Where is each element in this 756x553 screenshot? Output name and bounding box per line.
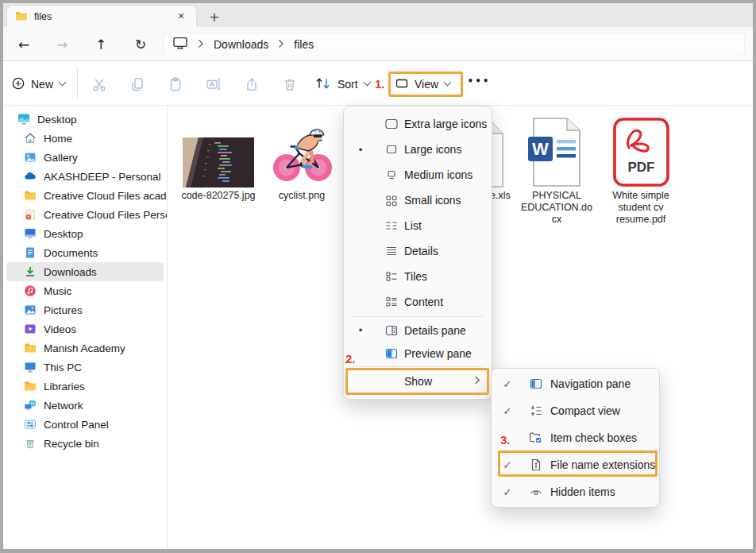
file-name-pdf[interactable]: White simple student cv resume.pdf: [604, 190, 677, 226]
large-icons-icon: [384, 142, 399, 157]
tab-close-icon[interactable]: ✕: [174, 10, 188, 24]
breadcrumb-files[interactable]: files: [294, 38, 314, 51]
small-icons-icon: [384, 193, 399, 207]
file-explorer-window: files ✕ + ← → ↑ ↻ Downloads files New: [0, 0, 756, 553]
control-panel-icon: [24, 418, 37, 431]
submenu-arrow-icon: [474, 375, 480, 388]
refresh-button[interactable]: ↻: [131, 35, 150, 54]
checkmark-icon: ✓: [501, 378, 514, 390]
tab-files[interactable]: files ✕: [6, 5, 197, 27]
folder-icon: [24, 189, 37, 202]
paste-icon[interactable]: [168, 76, 183, 92]
checkmark-icon: ✓: [501, 459, 514, 471]
menu-item-content[interactable]: Content: [344, 289, 492, 315]
menu-item-preview-pane[interactable]: Preview pane: [344, 342, 492, 365]
new-tab-button[interactable]: +: [205, 8, 224, 25]
rename-icon[interactable]: [206, 76, 222, 92]
submenu-item-navigation-pane[interactable]: ✓ Navigation pane: [492, 370, 659, 397]
sidebar-item-desktop-pinned[interactable]: Desktop: [3, 110, 167, 129]
documents-icon: [24, 246, 37, 259]
selected-bullet: •: [353, 144, 368, 156]
sidebar-item-downloads[interactable]: Downloads: [6, 262, 164, 281]
file-thumbnail-cyclist-png[interactable]: [268, 115, 337, 190]
sidebar-item-libraries[interactable]: Libraries: [3, 377, 167, 396]
sidebar-item-recycle-bin[interactable]: Recycle bin: [3, 434, 167, 453]
sidebar-item-onedrive-personal[interactable]: AKASHDEEP - Personal: [3, 167, 167, 186]
file-icon-word-doc[interactable]: W: [527, 118, 583, 190]
sidebar-item-control-panel[interactable]: Control Panel: [3, 415, 167, 434]
cut-icon[interactable]: [91, 76, 107, 92]
breadcrumb-chevron-icon: [278, 37, 284, 52]
new-button[interactable]: New: [11, 72, 66, 97]
sidebar-item-manish-academy[interactable]: Manish Academy: [3, 338, 167, 358]
menu-item-details-pane[interactable]: • Details pane: [344, 319, 492, 342]
gallery-icon: [24, 151, 37, 164]
menu-item-large-icons[interactable]: • Large icons: [344, 137, 492, 162]
sidebar-divider: [167, 106, 168, 549]
sort-button-label: Sort: [338, 78, 358, 91]
svg-text:PDF: PDF: [628, 160, 655, 175]
sidebar-item-music[interactable]: Music: [3, 281, 167, 300]
sidebar-item-creative-cloud-files[interactable]: Creative Cloud Files academ: [3, 186, 167, 205]
copy-icon[interactable]: [129, 76, 145, 92]
desktop-icon: [17, 113, 30, 126]
this-pc-icon: [172, 36, 188, 53]
submenu-item-item-check-boxes[interactable]: Item check boxes: [492, 424, 659, 451]
share-icon[interactable]: [244, 76, 260, 92]
view-icon: [395, 76, 409, 93]
view-menu: Extra large icons • Large icons Medium i…: [343, 106, 492, 400]
submenu-item-compact-view[interactable]: ✓ Compact view: [492, 397, 659, 424]
sidebar-item-desktop[interactable]: Desktop: [3, 224, 167, 243]
file-name-xls[interactable]: e.xls: [490, 190, 538, 202]
sidebar-item-this-pc[interactable]: This PC: [3, 358, 167, 377]
sidebar-item-creative-cloud-files-personal[interactable]: Creative Cloud Files Personal: [3, 205, 167, 224]
menu-item-small-icons[interactable]: Small icons: [344, 188, 492, 213]
sidebar-item-home[interactable]: Home: [3, 129, 167, 148]
submenu-item-file-name-extensions[interactable]: ✓ File name extensions: [492, 451, 659, 478]
folder-icon: [24, 342, 37, 354]
list-view-icon: [384, 218, 399, 233]
file-name-cyclist-png[interactable]: cyclist.png: [262, 190, 341, 202]
submenu-item-hidden-items[interactable]: ✓ Hidden items: [492, 478, 659, 505]
sidebar-item-videos[interactable]: Videos: [3, 319, 167, 338]
menu-item-show[interactable]: Show: [344, 369, 492, 394]
plus-circle-icon: [11, 76, 25, 93]
sidebar-item-pictures[interactable]: Pictures: [3, 300, 167, 319]
chevron-down-icon: [444, 79, 451, 87]
details-pane-icon: [384, 323, 399, 338]
file-name-code-jpg[interactable]: code-820275.jpg: [179, 190, 258, 202]
folder-tab-icon: [15, 10, 28, 23]
menu-item-medium-icons[interactable]: Medium icons: [344, 162, 492, 188]
network-icon: [24, 399, 37, 412]
preview-pane-icon: [384, 346, 399, 361]
menu-item-tiles[interactable]: Tiles: [344, 264, 492, 289]
desktop-monitor-icon: [24, 227, 37, 240]
file-thumbnail-code-jpg[interactable]: [183, 137, 254, 191]
delete-icon[interactable]: [282, 76, 298, 92]
file-icon-pdf[interactable]: PDF: [613, 118, 669, 190]
sidebar-item-documents[interactable]: Documents: [3, 243, 167, 262]
menu-item-details[interactable]: Details: [344, 238, 492, 264]
show-submenu: ✓ Navigation pane ✓ Compact view Item ch…: [491, 368, 660, 508]
videos-icon: [24, 323, 37, 335]
view-button-label: View: [415, 78, 438, 91]
address-bar[interactable]: Downloads files: [163, 33, 745, 56]
sidebar-item-network[interactable]: Network: [3, 396, 167, 415]
view-button[interactable]: View: [395, 72, 451, 97]
new-button-label: New: [31, 78, 53, 91]
home-icon: [24, 132, 37, 145]
see-more-button[interactable]: •••: [467, 75, 491, 87]
onedrive-cloud-icon: [24, 170, 37, 183]
up-button[interactable]: ↑: [91, 35, 110, 54]
back-button[interactable]: ←: [14, 35, 33, 54]
forward-button[interactable]: →: [52, 35, 71, 54]
menu-item-extra-large-icons[interactable]: Extra large icons: [344, 111, 492, 137]
sort-button[interactable]: Sort: [314, 72, 371, 97]
toolbar-divider: [77, 68, 78, 99]
breadcrumb-downloads[interactable]: Downloads: [214, 38, 268, 51]
content-view-icon: [384, 295, 399, 309]
recycle-bin-icon: [24, 437, 37, 450]
menu-item-list[interactable]: List: [344, 213, 492, 238]
sidebar-item-gallery[interactable]: Gallery: [3, 148, 167, 167]
this-pc-icon: [24, 361, 37, 373]
